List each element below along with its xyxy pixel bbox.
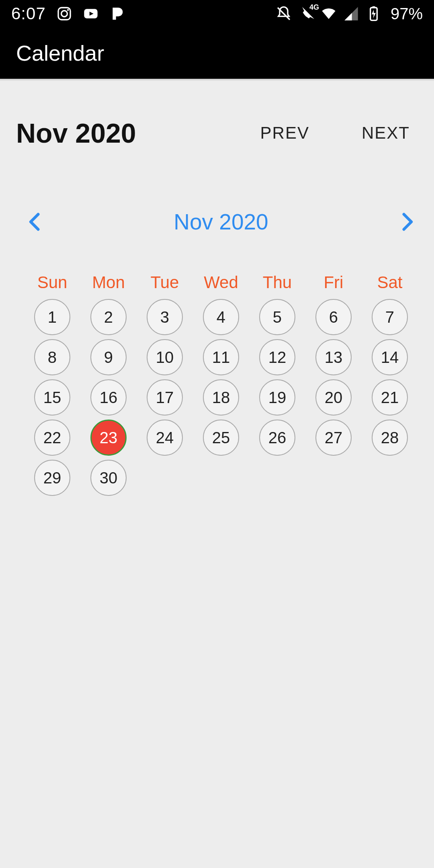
- day[interactable]: 17: [147, 379, 183, 416]
- status-time: 6:07: [11, 4, 46, 23]
- day-cell: 29: [24, 458, 80, 498]
- day-cell: 23: [80, 418, 137, 458]
- day[interactable]: 16: [90, 379, 127, 416]
- day[interactable]: 26: [259, 420, 295, 456]
- battery-percentage: 97%: [391, 5, 423, 23]
- weekday-label: Sat: [362, 273, 418, 292]
- day[interactable]: 25: [203, 420, 239, 456]
- day[interactable]: 14: [372, 339, 408, 375]
- weekday-label: Thu: [249, 273, 305, 292]
- day-cell: 5: [249, 297, 305, 337]
- day[interactable]: 7: [372, 299, 408, 335]
- weekday-label: Fri: [305, 273, 362, 292]
- day-cell: 28: [362, 418, 418, 458]
- day-cell: 13: [305, 337, 362, 377]
- day[interactable]: 15: [34, 379, 70, 416]
- day[interactable]: 20: [315, 379, 352, 416]
- instagram-icon: [56, 6, 72, 22]
- day-cell: 21: [362, 377, 418, 418]
- day[interactable]: 18: [203, 379, 239, 416]
- day-cell: 2: [80, 297, 137, 337]
- day-cell: 6: [305, 297, 362, 337]
- day[interactable]: 3: [147, 299, 183, 335]
- calendar: Nov 2020 SunMonTueWedThuFriSat 123456789…: [0, 165, 434, 498]
- weekday-label: Wed: [193, 273, 249, 292]
- day[interactable]: 22: [34, 420, 70, 456]
- day-cell: 26: [249, 418, 305, 458]
- day[interactable]: 8: [34, 339, 70, 375]
- day[interactable]: 1: [34, 299, 70, 335]
- day-cell: 17: [137, 377, 193, 418]
- day-cell: 7: [362, 297, 418, 337]
- month-label: Nov 2020: [16, 117, 136, 149]
- days-grid: 1234567891011121314151617181920212223242…: [24, 297, 418, 498]
- calendar-header: Nov 2020: [24, 209, 418, 235]
- wifi-icon: [321, 6, 337, 22]
- day-cell: 8: [24, 337, 80, 377]
- day[interactable]: 6: [315, 299, 352, 335]
- day-cell: 1: [24, 297, 80, 337]
- svg-point-1: [61, 11, 67, 17]
- day-cell: 10: [137, 337, 193, 377]
- next-button[interactable]: NEXT: [362, 123, 410, 143]
- app-bar: Calendar: [0, 27, 434, 79]
- day[interactable]: 30: [90, 460, 127, 496]
- day[interactable]: 13: [315, 339, 352, 375]
- day-cell: 20: [305, 377, 362, 418]
- day-cell: 14: [362, 337, 418, 377]
- day[interactable]: 9: [90, 339, 127, 375]
- youtube-icon: [83, 6, 99, 22]
- day-selected[interactable]: 23: [90, 420, 127, 456]
- day[interactable]: 24: [147, 420, 183, 456]
- weekday-row: SunMonTueWedThuFriSat: [24, 273, 418, 292]
- day[interactable]: 10: [147, 339, 183, 375]
- svg-rect-7: [373, 6, 375, 8]
- day-cell: 18: [193, 377, 249, 418]
- weekday-label: Mon: [80, 273, 137, 292]
- month-nav-row: Nov 2020 PREV NEXT: [0, 81, 434, 165]
- day-cell: 9: [80, 337, 137, 377]
- day[interactable]: 27: [315, 420, 352, 456]
- wifi-calling-4g-icon: 4G: [298, 6, 314, 22]
- day[interactable]: 29: [34, 460, 70, 496]
- day-cell: 12: [249, 337, 305, 377]
- prev-button[interactable]: PREV: [260, 123, 309, 143]
- day-cell: 15: [24, 377, 80, 418]
- day[interactable]: 19: [259, 379, 295, 416]
- day[interactable]: 2: [90, 299, 127, 335]
- day-cell: 25: [193, 418, 249, 458]
- day[interactable]: 28: [372, 420, 408, 456]
- day-cell: 11: [193, 337, 249, 377]
- day[interactable]: 11: [203, 339, 239, 375]
- status-bar-right: 4G 97%: [276, 5, 423, 23]
- pandora-icon: [109, 6, 125, 22]
- day[interactable]: 4: [203, 299, 239, 335]
- day-cell: 22: [24, 418, 80, 458]
- day-cell: 3: [137, 297, 193, 337]
- svg-marker-8: [372, 10, 376, 18]
- calendar-title[interactable]: Nov 2020: [174, 209, 268, 235]
- day-cell: 16: [80, 377, 137, 418]
- svg-point-2: [67, 9, 69, 11]
- weekday-label: Sun: [24, 273, 80, 292]
- app-title: Calendar: [16, 41, 104, 66]
- day[interactable]: 21: [372, 379, 408, 416]
- battery-charging-icon: [366, 6, 382, 22]
- day-cell: 30: [80, 458, 137, 498]
- day-cell: 4: [193, 297, 249, 337]
- status-bar: 6:07 4G 97%: [0, 0, 434, 27]
- chevron-left-icon[interactable]: [24, 211, 47, 233]
- day-cell: 27: [305, 418, 362, 458]
- status-bar-left: 6:07: [11, 4, 125, 23]
- cell-signal-icon: [343, 6, 359, 22]
- weekday-label: Tue: [137, 273, 193, 292]
- day[interactable]: 12: [259, 339, 295, 375]
- day-cell: 24: [137, 418, 193, 458]
- do-not-disturb-off-icon: [276, 6, 292, 22]
- day[interactable]: 5: [259, 299, 295, 335]
- day-cell: 19: [249, 377, 305, 418]
- chevron-right-icon[interactable]: [395, 211, 418, 233]
